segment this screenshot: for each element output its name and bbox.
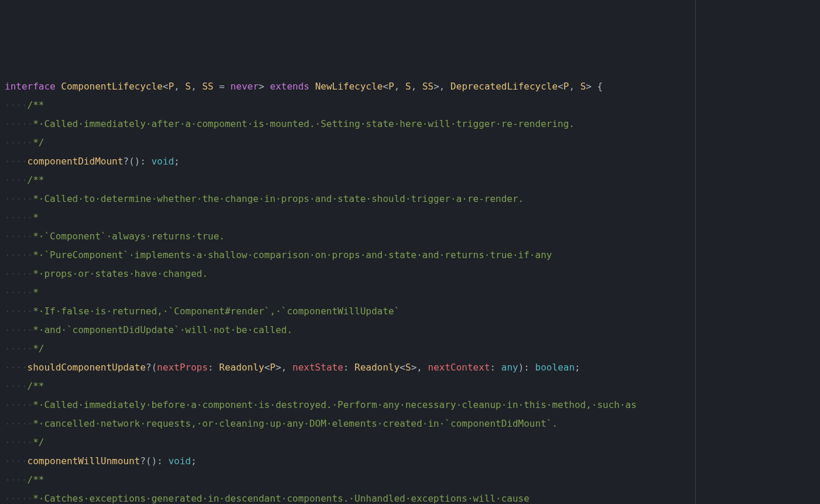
code-line[interactable]: ·····*/ xyxy=(5,340,815,358)
token-punct: , xyxy=(439,81,450,92)
token-punct: , xyxy=(411,81,422,92)
code-line[interactable]: ·····*·Called·to·determine·whether·the·c… xyxy=(5,190,815,208)
token-ws: ····· xyxy=(5,118,33,129)
token-punct: = xyxy=(213,81,230,92)
token-ws: ····· xyxy=(5,268,33,279)
ruler-line xyxy=(695,0,696,504)
code-line[interactable]: ····/** xyxy=(5,377,815,396)
token-ws: ····· xyxy=(5,306,33,317)
token-punct: ; xyxy=(174,156,180,167)
code-line[interactable]: ····/** xyxy=(5,471,815,489)
code-line[interactable]: ·····*·props·or·states·have·changed. xyxy=(5,265,815,283)
token-param: nextState xyxy=(292,362,343,373)
token-punct: , xyxy=(569,81,580,92)
code-line[interactable]: ·····*·`Component`·always·returns·true. xyxy=(5,227,815,246)
code-line[interactable]: ·····*·and·`componentDidUpdate`·will·not… xyxy=(5,321,815,340)
token-typeparam: S xyxy=(580,81,586,92)
token-punct: > xyxy=(275,362,281,373)
token-punct: ; xyxy=(191,455,197,467)
token-ws: ···· xyxy=(5,174,28,186)
token-ws: ····· xyxy=(5,231,33,242)
token-typeparam: S xyxy=(405,362,411,373)
token-kw: interface xyxy=(5,81,56,92)
token-ws: ···· xyxy=(5,156,28,167)
token-typeparam: S xyxy=(405,81,411,92)
token-comment: *·and·`componentDidUpdate`·will·not·be·c… xyxy=(33,324,292,335)
token-comment: *·Catches·exceptions·generated·in·descen… xyxy=(33,493,529,504)
token-typeparam: P xyxy=(563,81,569,92)
code-line[interactable]: ····/** xyxy=(5,171,815,190)
token-comment: *·Called·immediately·before·a·component·… xyxy=(33,399,637,410)
code-line[interactable]: ·····*·If·false·is·returned,·`Component#… xyxy=(5,302,815,321)
code-line[interactable]: interface ComponentLifecycle<P, S, SS = … xyxy=(5,77,815,96)
token-punct: , xyxy=(191,81,202,92)
token-punct: (): xyxy=(129,156,146,167)
token-ws: ···· xyxy=(5,380,28,392)
token-punct: ? xyxy=(140,455,146,467)
token-typeparam: P xyxy=(388,81,394,92)
token-ws: ···· xyxy=(5,100,28,111)
code-editor[interactable]: interface ComponentLifecycle<P, S, SS = … xyxy=(5,77,815,504)
token-typevoid: boolean xyxy=(535,362,575,373)
code-line[interactable]: ····componentDidMount?(): void; xyxy=(5,152,815,171)
code-line[interactable]: ·····*·Called·immediately·before·a·compo… xyxy=(5,396,815,414)
token-ws: ····· xyxy=(5,324,33,335)
code-line[interactable]: ·····*/ xyxy=(5,433,815,452)
token-punct: > xyxy=(433,81,439,92)
token-punct: > xyxy=(586,81,592,92)
code-line[interactable]: ·····*/ xyxy=(5,133,815,152)
code-line[interactable]: ·····*·Called·immediately·after·a·compom… xyxy=(5,115,815,133)
token-punct: : xyxy=(343,362,354,373)
token-method: componentDidMount xyxy=(28,156,124,167)
code-line[interactable]: ····shouldComponentUpdate?(nextProps: Re… xyxy=(5,358,815,377)
token-comment: * xyxy=(33,287,39,298)
token-method: shouldComponentUpdate xyxy=(28,362,146,373)
token-punct: , xyxy=(416,362,428,373)
token-comment: * xyxy=(33,212,39,223)
code-line[interactable]: ·····* xyxy=(5,208,815,227)
code-line[interactable]: ·····*·Catches·exceptions·generated·in·d… xyxy=(5,489,815,504)
token-typeparam: S xyxy=(185,81,191,92)
token-comment: *·Called·to·determine·whether·the·change… xyxy=(33,193,524,204)
token-ws: ····· xyxy=(5,343,33,354)
token-punct: > xyxy=(259,81,265,92)
token-ws: ····· xyxy=(5,212,33,223)
token-typevoid: void xyxy=(168,455,191,467)
token-comment: /** xyxy=(28,100,45,111)
token-punct: , xyxy=(174,81,185,92)
token-comment: */ xyxy=(33,437,44,448)
token-comment: /** xyxy=(28,474,45,485)
token-ws: ····· xyxy=(5,437,33,448)
token-typeparam: SS xyxy=(202,81,213,92)
token-ws: ···· xyxy=(5,362,28,373)
token-comment: *·`Component`·always·returns·true. xyxy=(33,231,225,242)
token-ws: ····· xyxy=(5,137,33,148)
token-typename: Readonly xyxy=(354,362,399,373)
token-typename: ComponentLifecycle xyxy=(61,81,162,92)
token-typevoid: any xyxy=(501,362,518,373)
token-punct: : xyxy=(208,362,219,373)
token-typevoid: void xyxy=(151,156,174,167)
token-punct: { xyxy=(592,81,603,92)
token-method: componentWillUnmount xyxy=(28,455,141,467)
token-ws: ····· xyxy=(5,493,33,504)
token-punct: , xyxy=(281,362,292,373)
token-ws: ····· xyxy=(5,418,33,429)
token-punct: < xyxy=(399,362,405,373)
code-line[interactable]: ····/** xyxy=(5,96,815,115)
token-typeparam: P xyxy=(168,81,174,92)
token-punct: ( xyxy=(151,362,157,373)
code-line[interactable]: ····componentWillUnmount?(): void; xyxy=(5,452,815,471)
token-punct: , xyxy=(394,81,405,92)
token-punct: ): xyxy=(518,362,529,373)
token-ws: ····· xyxy=(5,193,33,204)
code-line[interactable]: ·····* xyxy=(5,283,815,302)
token-ws: ····· xyxy=(5,287,33,298)
code-line[interactable]: ·····*·`PureComponent`·implements·a·shal… xyxy=(5,246,815,265)
token-punct: < xyxy=(558,81,563,92)
token-punct: (): xyxy=(146,455,163,467)
token-ws xyxy=(163,455,169,467)
token-typeparam: SS xyxy=(422,81,433,92)
token-punct: < xyxy=(163,81,169,92)
code-line[interactable]: ·····*·cancelled·network·requests,·or·cl… xyxy=(5,414,815,433)
